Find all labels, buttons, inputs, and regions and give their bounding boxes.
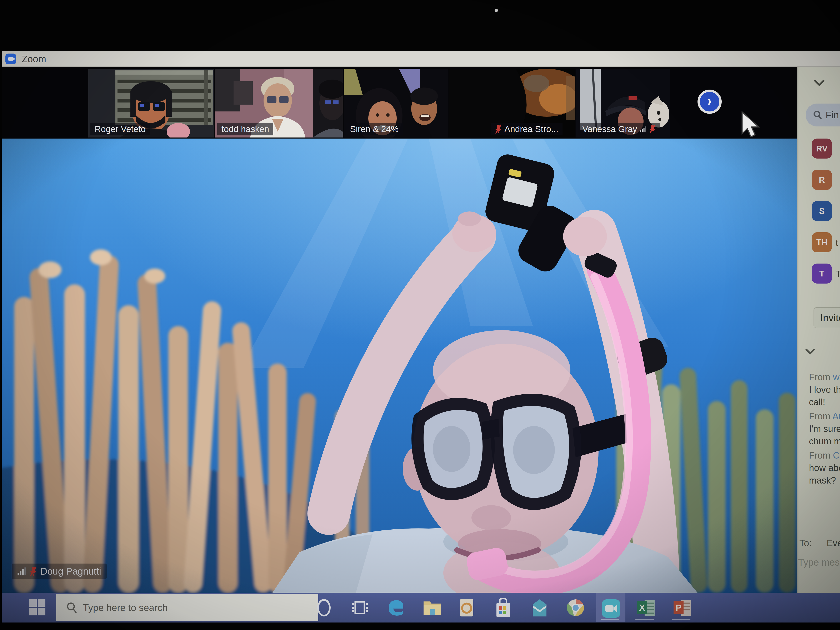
chat-sender: wa [833, 372, 840, 382]
cortana-icon[interactable] [313, 596, 335, 619]
participant-row-avatar[interactable]: RV [812, 139, 832, 158]
participant-row-avatar[interactable]: R [812, 170, 832, 190]
invite-label: Invite [820, 312, 840, 324]
chevron-down-icon[interactable] [805, 348, 815, 355]
chat-recipient-row[interactable]: To: Every [799, 538, 840, 548]
chat-text: I love th [809, 383, 840, 396]
video-thumbnail-andrea[interactable]: Andrea Stro... [449, 69, 575, 137]
chrome-icon[interactable] [564, 596, 587, 619]
next-participants-button[interactable]: › [698, 90, 722, 114]
webcam-reflection-dot [494, 9, 498, 12]
svg-text:X: X [639, 603, 645, 613]
chat-input[interactable]: Type mess [798, 557, 840, 568]
mic-muted-icon [649, 125, 656, 134]
chat-text: how abo [809, 462, 840, 474]
thumbnail-name-label: Roger Veteto [90, 123, 150, 136]
avatar-initials: T [819, 269, 824, 278]
signal-strength-icon [639, 126, 646, 133]
window-titlebar: Zoom [2, 51, 840, 67]
to-label: To: [799, 538, 812, 548]
avatar-initials: RV [816, 144, 828, 153]
mic-muted-icon [495, 125, 502, 134]
mic-muted-icon [30, 566, 37, 576]
participant-row-avatar[interactable]: S [812, 201, 832, 221]
thumbnail-name-label: Vanessa Gray [578, 123, 660, 136]
chat-sender: Chri [833, 450, 840, 460]
participant-row-name: T [835, 269, 840, 279]
mail-icon[interactable] [528, 596, 551, 619]
video-thumbnail-todd[interactable]: todd hasken [215, 69, 343, 137]
edge-browser-icon[interactable] [384, 596, 407, 619]
open-app-indicator [672, 619, 690, 620]
search-placeholder-text: Fin [826, 109, 839, 121]
mouse-cursor [740, 111, 763, 140]
start-button[interactable] [29, 599, 46, 616]
participant-row-avatar[interactable]: TH [812, 232, 832, 252]
windows-logo-icon [29, 599, 37, 607]
participant-name: Vanessa Gray [582, 124, 637, 134]
task-view-icon[interactable] [348, 596, 371, 619]
chat-text: chum m [809, 435, 840, 447]
zoom-meeting-app-icon[interactable] [600, 597, 622, 620]
chevron-down-icon[interactable] [814, 80, 825, 87]
file-explorer-icon[interactable] [421, 596, 444, 619]
chat-sender: Ang [832, 411, 840, 421]
open-app-indicator [635, 619, 654, 620]
chat-message: From wa I love th call! [809, 371, 840, 408]
participant-row-avatar[interactable]: T [812, 264, 832, 284]
main-speaker-video[interactable]: Doug Pagnutti [2, 139, 797, 593]
chevron-right-icon: › [707, 94, 712, 108]
chat-message: From Chri how abo mask? [809, 449, 840, 487]
video-thumbnail-vanessa[interactable]: Vanessa Gray [576, 69, 670, 137]
avatar-initials: TH [816, 238, 827, 247]
avatar-initials: S [819, 207, 825, 216]
chat-text: call! [809, 396, 840, 408]
participant-name: Roger Veteto [95, 124, 145, 134]
participant-filmstrip: Roger Veteto todd hasken [2, 67, 797, 139]
chat-text: mask? [809, 474, 840, 487]
thumbnail-name-label: Siren & 24% [346, 123, 403, 136]
participant-name: Andrea Stro... [504, 124, 558, 134]
to-value: Every [827, 538, 840, 548]
participant-name: todd hasken [221, 124, 269, 134]
media-app-icon[interactable] [455, 596, 478, 619]
participant-row-name: t [835, 237, 838, 248]
signal-strength-icon [17, 567, 26, 576]
zoom-logo-icon [5, 54, 16, 65]
search-icon [66, 602, 77, 614]
participant-name: Siren & 24% [350, 124, 398, 134]
open-app-indicator [601, 619, 619, 620]
taskbar-search-input[interactable]: Type here to search [56, 594, 318, 621]
search-icon [813, 110, 822, 120]
chat-message: From Ang I'm sure chum m [809, 410, 840, 447]
speaker-name-tag: Doug Pagnutti [12, 564, 107, 579]
video-thumbnail-siren[interactable]: Siren & 24% [344, 69, 448, 137]
avatar-initials: R [819, 175, 825, 185]
svg-text:P: P [676, 603, 682, 613]
chat-from-label: From [809, 411, 831, 421]
thumbnail-name-label: todd hasken [217, 123, 273, 136]
window-title: Zoom [22, 53, 46, 65]
taskbar-search-placeholder: Type here to search [83, 602, 168, 613]
chat-from-label: From [809, 372, 831, 382]
meeting-side-panel: Fin RV R S TH t T T Invite From wa I lov… [797, 67, 840, 593]
powerpoint-icon[interactable]: P [671, 596, 694, 619]
video-thumbnail-roger[interactable]: Roger Veteto [88, 69, 214, 137]
chat-from-label: From [809, 450, 831, 460]
chat-text: I'm sure [809, 423, 840, 435]
invite-button[interactable]: Invite [813, 307, 840, 328]
thumbnail-name-label: Andrea Stro... [491, 123, 562, 136]
participant-search-input[interactable]: Fin [805, 104, 840, 126]
underwater-scene [2, 139, 797, 593]
store-icon[interactable] [492, 596, 515, 619]
excel-icon[interactable]: X [635, 596, 657, 619]
speaker-name: Doug Pagnutti [40, 565, 101, 577]
